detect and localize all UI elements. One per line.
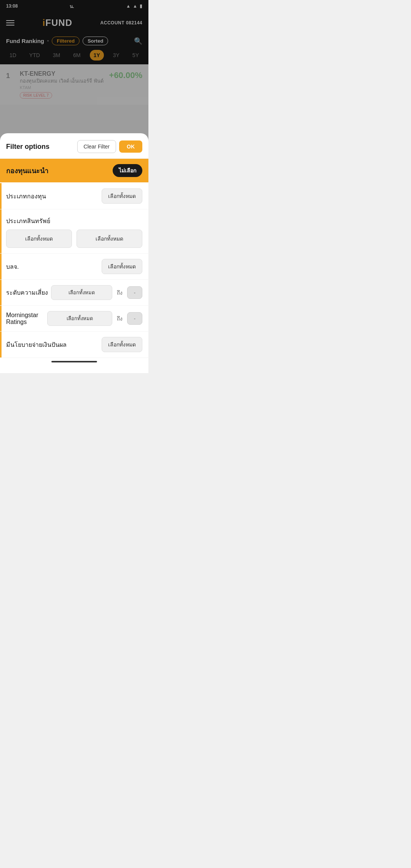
status-bar: 13:08 น. ▲ ▲ ▮ — [0, 0, 148, 12]
company-label: บลจ. — [6, 262, 19, 271]
ranking-title: Fund Ranking — [6, 38, 44, 44]
fund-type-label: ประเภทกองทุน — [6, 191, 46, 201]
tab-5y[interactable]: 5Y — [129, 50, 143, 61]
home-bar — [51, 361, 97, 362]
fund-rank: 1 — [6, 70, 15, 80]
sheet-title: Filter options — [6, 143, 74, 151]
risk-level-dash[interactable]: - — [127, 286, 142, 299]
tab-6m[interactable]: 6M — [69, 50, 84, 61]
recommended-section: กองทุนแนะนำ ไม่เลือก — [0, 159, 148, 182]
logo: iFUND — [43, 18, 72, 28]
ok-button[interactable]: OK — [119, 140, 142, 153]
asset-type-btn-2[interactable]: เลือกทั้งหมด — [76, 230, 142, 248]
fund-type-select-all[interactable]: เลือกทั้งหมด — [102, 188, 142, 204]
filtered-badge[interactable]: Filtered — [52, 37, 80, 45]
dividend-label: มีนโยบายจ่ายเงินปันผล — [6, 340, 67, 349]
ranking-header: Fund Ranking • Filtered Sorted 🔍 — [0, 34, 148, 50]
menu-button[interactable] — [6, 20, 14, 26]
tab-1y[interactable]: 1Y — [90, 50, 104, 61]
fund-return: +60.00% — [109, 70, 142, 80]
sorted-badge[interactable]: Sorted — [83, 37, 108, 45]
morningstar-select-all[interactable]: เลือกทั้งหมด — [47, 311, 112, 326]
risk-to-label: ถึง — [115, 289, 124, 297]
account-label: ACCOUNT 082144 — [100, 20, 142, 26]
risk-level-label: ระดับความเสี่ยง — [6, 288, 48, 297]
tab-1d[interactable]: 1D — [6, 50, 20, 61]
asset-type-btn-1[interactable]: เลือกทั้งหมด — [6, 230, 72, 248]
asset-type-label: ประเภทสินทรัพย์ — [6, 211, 142, 230]
clear-filter-button[interactable]: Clear Filter — [77, 140, 116, 153]
status-carrier: น. — [70, 3, 74, 10]
fund-type-row: ประเภทกองทุน เลือกทั้งหมด — [0, 183, 148, 209]
fund-card: 1 KT-ENERGY กองทุนเปิดเคแทม เวิลด์ เอ็นเ… — [0, 64, 148, 105]
sheet-header: Filter options Clear Filter OK — [0, 133, 148, 159]
logo-fund: FUND — [45, 18, 72, 28]
dividend-select-all[interactable]: เลือกทั้งหมด — [102, 337, 142, 352]
period-tabs: 1D YTD 3M 6M 1Y 3Y 5Y — [0, 50, 148, 64]
top-nav: iFUND ACCOUNT 082144 — [0, 12, 148, 34]
risk-level-select-all[interactable]: เลือกทั้งหมด — [51, 285, 112, 300]
filter-bottom-sheet: Filter options Clear Filter OK กองทุนแนะ… — [0, 133, 148, 373]
status-time: 13:08 — [6, 3, 18, 9]
battery-icon: ▮ — [140, 3, 142, 9]
fund-code: KT-ENERGY — [20, 70, 105, 77]
signal-icon: ▲ — [126, 3, 131, 9]
dot-separator: • — [47, 38, 49, 44]
risk-badge: RISK LEVEL 7 — [20, 92, 52, 99]
search-button[interactable]: 🔍 — [134, 37, 142, 45]
home-indicator — [0, 358, 148, 364]
not-selected-badge[interactable]: ไม่เลือก — [113, 164, 142, 177]
recommended-label: กองทุนแนะนำ — [6, 165, 48, 176]
tab-3y[interactable]: 3Y — [109, 50, 123, 61]
asset-type-section: ประเภทสินทรัพย์ เลือกทั้งหมด เลือกทั้งหม… — [0, 209, 148, 254]
morningstar-to-label: ถึง — [115, 314, 124, 323]
tab-3m[interactable]: 3M — [49, 50, 64, 61]
tab-ytd[interactable]: YTD — [25, 50, 44, 61]
morningstar-label: Morningstar Ratings — [6, 312, 44, 326]
wifi-icon: ▲ — [133, 3, 137, 9]
company-select-all[interactable]: เลือกทั้งหมด — [102, 259, 142, 274]
morningstar-dash[interactable]: - — [127, 312, 142, 325]
status-icons: ▲ ▲ ▮ — [126, 3, 142, 9]
asset-type-buttons: เลือกทั้งหมด เลือกทั้งหมด — [6, 230, 142, 248]
morningstar-row: Morningstar Ratings เลือกทั้งหมด ถึง - — [0, 306, 148, 332]
return-value: +60.00% — [109, 70, 142, 80]
fund-name-th: กองทุนเปิดเคแทม เวิลด์ เอ็นเนอร์จี ฟันด์ — [20, 78, 105, 85]
fund-manager: KTAM — [20, 85, 105, 90]
company-row: บลจ. เลือกทั้งหมด — [0, 254, 148, 280]
fund-info: KT-ENERGY กองทุนเปิดเคแทม เวิลด์ เอ็นเนอ… — [20, 70, 105, 99]
dividend-row: มีนโยบายจ่ายเงินปันผล เลือกทั้งหมด — [0, 332, 148, 358]
risk-level-row: ระดับความเสี่ยง เลือกทั้งหมด ถึง - — [0, 280, 148, 306]
